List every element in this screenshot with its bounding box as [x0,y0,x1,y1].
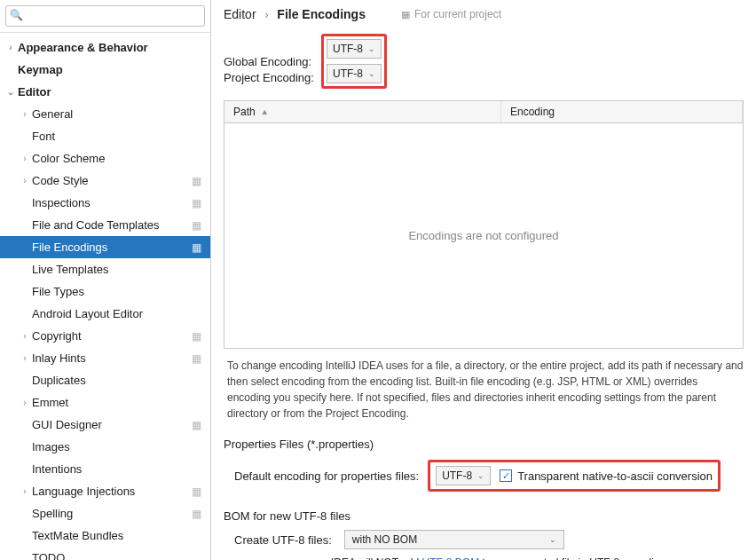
tree-item-live-templates[interactable]: Live Templates [0,258,210,280]
bom-create-label: Create UTF-8 files: [234,533,332,547]
chevron-right-icon: › [20,154,30,163]
main-panel: Editor › File Encodings ▦ For current pr… [211,0,756,560]
bom-section-title: BOM for new UTF-8 files [211,497,756,525]
tree-item-label: Live Templates [32,263,108,276]
table-empty-state: Encodings are not configured [224,123,743,348]
tree-item-label: Keymap [18,63,63,76]
tree-item-label: Emmet [32,396,68,409]
tree-item-copyright[interactable]: ›Copyright▦ [0,325,210,347]
highlight-box-encodings: UTF-8 ⌄ UTF-8 ⌄ [321,34,387,89]
tree-item-appearance-behavior[interactable]: ›Appearance & Behavior [0,36,210,59]
properties-section-title: Properties Files (*.properties) [211,425,756,453]
chevron-right-icon: › [20,109,30,119]
tree-item-duplicates[interactable]: Duplicates [0,369,210,391]
tree-item-intentions[interactable]: Intentions [0,458,210,480]
properties-encoding-select[interactable]: UTF-8 ⌄ [436,466,491,485]
chevron-right-icon: › [20,398,30,407]
tree-item-file-encodings[interactable]: File Encodings▦ [0,236,210,258]
bom-select[interactable]: with NO BOM ⌄ [344,530,564,549]
checkbox-checked-icon: ✓ [500,469,512,482]
tree-item-textmate-bundles[interactable]: TextMate Bundles [0,525,210,547]
help-text: To change encoding IntelliJ IDEA uses fo… [211,349,756,425]
tree-item-label: Copyright [32,329,82,343]
tree-item-file-and-code-templates[interactable]: File and Code Templates▦ [0,214,210,236]
tree-item-emmet[interactable]: ›Emmet [0,391,210,414]
settings-tree: ›Appearance & BehaviorKeymap⌄Editor›Gene… [0,33,210,560]
chevron-down-icon: ⌄ [5,87,16,97]
project-scope-indicator: ▦ For current project [401,8,501,20]
search-input[interactable] [5,5,205,27]
properties-encoding-label: Default encoding for properties files: [234,469,419,483]
tree-item-label: Language Injections [32,485,135,498]
tree-item-language-injections[interactable]: ›Language Injections▦ [0,480,210,502]
tree-item-spelling[interactable]: Spelling▦ [0,502,210,525]
tree-item-label: Color Scheme [32,152,105,165]
tree-item-general[interactable]: ›General [0,103,210,125]
tree-item-label: TODO [32,551,65,560]
sort-asc-icon: ▲ [261,107,269,116]
transparent-ascii-label: Transparent native-to-ascii conversion [517,469,713,483]
bom-link[interactable]: UTF-8 BOM [421,556,479,560]
search-icon: 🔍 [10,9,23,21]
tree-item-label: General [32,107,73,121]
tree-item-android-layout-editor[interactable]: Android Layout Editor [0,303,210,325]
chevron-right-icon: › [20,486,30,496]
project-scope-icon: ▦ [192,241,201,254]
tree-item-label: Code Style [32,174,89,187]
project-icon: ▦ [401,9,410,20]
project-scope-label: For current project [414,8,501,20]
tree-item-editor[interactable]: ⌄Editor [0,81,210,103]
tree-item-label: File Encodings [32,241,107,254]
project-scope-icon: ▦ [192,197,201,209]
chevron-down-icon: ⌄ [549,535,556,544]
project-scope-icon: ▦ [192,485,201,498]
project-encoding-value: UTF-8 [333,67,363,80]
bom-select-value: with NO BOM [352,533,417,546]
transparent-ascii-checkbox[interactable]: ✓ Transparent native-to-ascii conversion [500,469,713,483]
project-scope-icon: ▦ [192,175,201,187]
tree-item-images[interactable]: Images [0,436,210,458]
encoding-table: Path ▲ Encoding Encodings are not config… [224,100,744,349]
breadcrumb: Editor › File Encodings [224,7,366,21]
project-encoding-select[interactable]: UTF-8 ⌄ [327,64,382,83]
breadcrumb-separator: › [264,9,268,21]
chevron-down-icon: ⌄ [368,44,375,53]
page-header: Editor › File Encodings ▦ For current pr… [211,0,756,30]
column-header-encoding[interactable]: Encoding [501,101,743,122]
tree-item-label: GUI Designer [32,418,102,431]
global-encoding-select[interactable]: UTF-8 ⌄ [327,39,382,59]
search-container: 🔍 [0,0,210,33]
tree-item-code-style[interactable]: ›Code Style▦ [0,170,210,192]
chevron-right-icon: › [20,176,30,185]
tree-item-file-types[interactable]: File Types [0,280,210,303]
project-scope-icon: ▦ [192,419,201,431]
project-scope-icon: ▦ [192,352,201,365]
tree-item-inlay-hints[interactable]: ›Inlay Hints▦ [0,347,210,369]
tree-item-inspections[interactable]: Inspections▦ [0,192,210,214]
chevron-right-icon: › [5,43,16,52]
tree-item-label: TextMate Bundles [32,529,123,542]
tree-item-label: Appearance & Behavior [18,41,148,54]
tree-item-label: Android Layout Editor [32,307,143,320]
tree-item-label: Spelling [32,507,73,520]
column-header-path[interactable]: Path ▲ [224,101,501,122]
tree-item-font[interactable]: Font [0,125,210,147]
settings-sidebar: 🔍 ›Appearance & BehaviorKeymap⌄Editor›Ge… [0,0,211,560]
chevron-right-icon: › [20,331,30,341]
properties-encoding-value: UTF-8 [442,469,472,482]
tree-item-keymap[interactable]: Keymap [0,59,210,81]
table-header: Path ▲ Encoding [224,101,743,123]
tree-item-label: Intentions [32,462,82,476]
tree-item-label: Editor [18,85,51,99]
breadcrumb-current: File Encodings [277,7,366,21]
tree-item-label: Duplicates [32,374,86,387]
tree-item-label: File and Code Templates [32,218,160,232]
bom-description: IDEA will NOT add UTF-8 BOM to every cre… [211,551,756,560]
tree-item-label: Inlay Hints [32,351,86,365]
breadcrumb-root[interactable]: Editor [224,7,256,21]
global-encoding-value: UTF-8 [333,43,363,55]
tree-item-color-scheme[interactable]: ›Color Scheme [0,147,210,170]
tree-item-todo[interactable]: TODO [0,547,210,560]
tree-item-gui-designer[interactable]: GUI Designer▦ [0,414,210,436]
tree-item-label: File Types [32,285,84,298]
